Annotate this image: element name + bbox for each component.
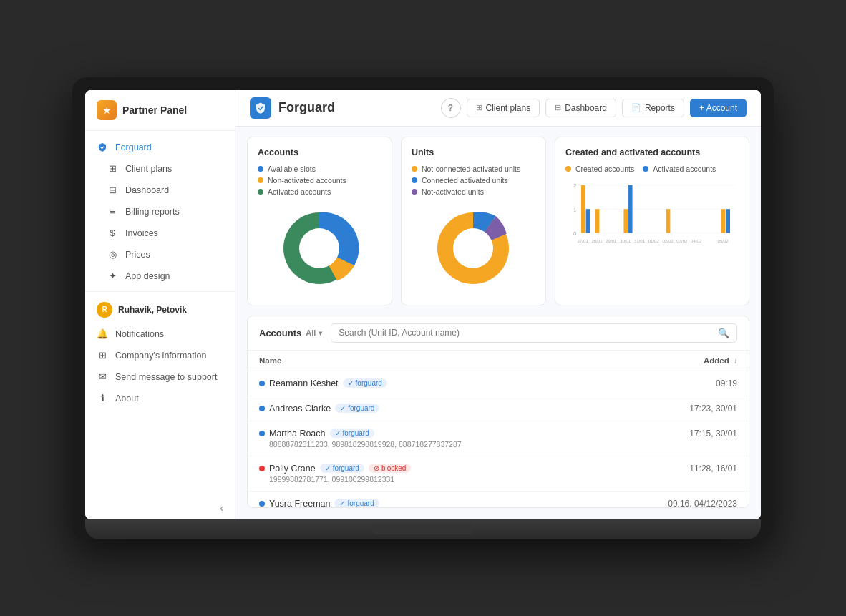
sidebar-item-prices[interactable]: ◎ Prices xyxy=(85,244,235,265)
help-button[interactable]: ? xyxy=(441,98,461,118)
svg-text:27/01: 27/01 xyxy=(578,238,589,243)
legend-dot-not-connected xyxy=(412,166,417,172)
accounts-filter-button[interactable]: Accounts All ▾ xyxy=(259,328,322,338)
charts-section: Accounts Available slots Non-activated a… xyxy=(235,127,761,316)
row-tag-forguard: ✓ forguard xyxy=(330,429,374,438)
legend-label-not-activated: Not-activated units xyxy=(422,187,484,196)
row-dot xyxy=(259,406,265,411)
row-units: 88888782311233, 989818298819928, 8887182… xyxy=(259,440,462,449)
table-row[interactable]: Yusra Freeman ✓ forguard 39999884777588,… xyxy=(248,491,749,508)
legend-label-not-connected: Not-connected activated units xyxy=(422,165,520,173)
blocked-icon: ⊘ xyxy=(374,464,379,472)
accounts-table: Name Added ↓ xyxy=(248,351,749,508)
sidebar-item-client-plans[interactable]: ⊞ Client plans xyxy=(85,158,235,180)
info-icon: ℹ xyxy=(97,393,108,404)
row-name-line: Polly Crane ✓ forguard ⊘ blocked xyxy=(259,464,411,474)
row-dot xyxy=(259,501,265,507)
row-name-text: Yusra Freeman xyxy=(269,499,330,508)
section-header-label: Ruhavik, Petovik xyxy=(118,305,187,315)
row-dot xyxy=(259,466,265,471)
client-plans-button[interactable]: ⊞ Client plans xyxy=(467,99,540,117)
add-account-button[interactable]: + Account xyxy=(690,99,747,117)
row-units: 19999882781771, 099100299812331 xyxy=(259,475,394,484)
legend-dot-activated-bar xyxy=(643,166,648,172)
reports-button[interactable]: 📄 Reports xyxy=(622,99,684,117)
row-name-line: Yusra Freeman ✓ forguard xyxy=(259,499,379,508)
svg-rect-17 xyxy=(726,209,730,233)
legend-created: Created accounts xyxy=(565,165,634,173)
sidebar-item-billing-reports[interactable]: ≡ Billing reports xyxy=(85,201,235,223)
sidebar-item-label: Forguard xyxy=(115,142,152,152)
sidebar-item-notifications[interactable]: 🔔 Notifications xyxy=(85,323,235,345)
dashboard-button[interactable]: ⊟ Dashboard xyxy=(545,99,616,117)
svg-point-1 xyxy=(299,228,339,268)
sidebar-item-label: Invoices xyxy=(125,228,158,238)
sidebar-item-about[interactable]: ℹ About xyxy=(85,388,235,409)
message-icon: ✉ xyxy=(97,371,108,383)
legend-item-not-connected: Not-connected activated units xyxy=(412,165,535,173)
sidebar-item-forguard[interactable]: Forguard xyxy=(85,137,235,158)
app-logo: ★ xyxy=(97,100,117,120)
search-bar: 🔍 xyxy=(331,323,737,343)
row-dot xyxy=(259,431,265,436)
svg-text:03/02: 03/02 xyxy=(676,238,688,243)
row-name-text: Polly Crane xyxy=(269,464,316,474)
search-input[interactable] xyxy=(339,328,718,338)
svg-text:05/02: 05/02 xyxy=(717,238,729,243)
sidebar-item-support[interactable]: ✉ Send message to support xyxy=(85,366,235,388)
row-added-cell: 09:19 xyxy=(605,371,749,396)
table-row[interactable]: Polly Crane ✓ forguard ⊘ blocked xyxy=(248,456,749,491)
company-icon: ⊞ xyxy=(97,350,108,361)
svg-point-3 xyxy=(453,228,493,268)
row-tag-forguard: ✓ forguard xyxy=(343,378,387,388)
sidebar-collapse-btn[interactable]: ‹ xyxy=(85,497,235,519)
sidebar-item-dashboard[interactable]: ⊟ Dashboard xyxy=(85,180,235,201)
row-dot xyxy=(259,381,265,386)
sidebar-item-label: App design xyxy=(125,271,170,281)
bell-icon: 🔔 xyxy=(97,328,108,340)
plans-icon: ⊞ xyxy=(107,163,118,175)
units-chart-legend: Not-connected activated units Connected … xyxy=(412,165,535,196)
row-name-container: Polly Crane ✓ forguard ⊘ blocked xyxy=(259,464,593,484)
sidebar-item-invoices[interactable]: $ Invoices xyxy=(85,223,235,244)
svg-rect-15 xyxy=(666,209,671,233)
row-name-text: Martha Roach xyxy=(269,429,326,439)
sidebar-header: ★ Partner Panel xyxy=(85,90,235,131)
filter-label: Accounts xyxy=(259,328,301,338)
row-added-cell: 17:15, 30/01 xyxy=(605,421,749,456)
row-name-cell: Yusra Freeman ✓ forguard 39999884777588,… xyxy=(248,491,605,508)
table-header-row: Name Added ↓ xyxy=(248,351,749,371)
sidebar-item-label: About xyxy=(115,393,139,404)
table-row[interactable]: Reamann Keshet ✓ forguard 09:19 xyxy=(248,371,749,396)
table-row[interactable]: Martha Roach ✓ forguard 88888782311233, … xyxy=(248,421,749,456)
row-added-cell: 09:16, 04/12/2023 xyxy=(605,491,749,508)
svg-rect-16 xyxy=(721,209,726,233)
row-name-container: Yusra Freeman ✓ forguard 39999884777588,… xyxy=(259,499,593,508)
row-name-cell: Andreas Clarke ✓ forguard xyxy=(248,396,605,421)
accounts-chart-title: Accounts xyxy=(258,147,381,157)
accounts-table-section: Accounts All ▾ 🔍 Name xyxy=(247,316,749,508)
sort-icon: ↓ xyxy=(734,357,737,365)
filter-tag: All xyxy=(306,328,316,337)
table-row[interactable]: Andreas Clarke ✓ forguard 17:23, xyxy=(248,396,749,421)
legend-dot-non-activated xyxy=(258,177,263,183)
laptop-frame: ★ Partner Panel Forguard ⊞ xyxy=(72,77,774,539)
svg-text:0: 0 xyxy=(573,230,576,236)
legend-label-activated-bar: Activated accounts xyxy=(653,165,716,173)
billing-icon: ≡ xyxy=(107,206,118,217)
shield-icon xyxy=(97,142,108,153)
legend-label-activated: Activated accounts xyxy=(268,187,331,196)
svg-rect-12 xyxy=(595,209,600,233)
sidebar-item-label: Dashboard xyxy=(125,185,169,195)
row-tag-forguard: ✓ forguard xyxy=(320,464,364,473)
svg-text:02/02: 02/02 xyxy=(662,238,674,243)
prices-icon: ◎ xyxy=(107,249,118,260)
sidebar-item-label: Notifications xyxy=(115,329,164,339)
legend-item-not-activated: Not-activated units xyxy=(412,187,535,196)
sidebar-item-label: Company's information xyxy=(115,351,206,361)
tag-icon: ✓ xyxy=(348,379,354,387)
sidebar-item-app-design[interactable]: ✦ App design xyxy=(85,265,235,287)
accounts-chart-legend: Available slots Non-activated accounts A… xyxy=(258,165,381,196)
sidebar-item-company-info[interactable]: ⊞ Company's information xyxy=(85,345,235,366)
svg-text:01/02: 01/02 xyxy=(648,238,660,243)
